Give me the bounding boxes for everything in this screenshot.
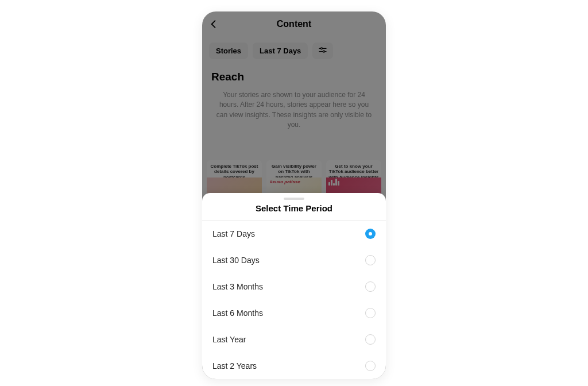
radio-icon: [365, 308, 376, 318]
time-period-option[interactable]: Last Year: [212, 326, 376, 353]
time-period-options: Last 7 Days Last 30 Days Last 3 Months L…: [202, 221, 386, 379]
time-period-option[interactable]: Last 7 Days: [212, 221, 376, 247]
radio-icon: [365, 281, 376, 292]
phone-frame: Content Stories Last 7 Days Reach Your s…: [202, 11, 386, 379]
radio-icon: [365, 255, 376, 265]
time-period-option[interactable]: Last 30 Days: [212, 247, 376, 273]
radio-icon: [365, 229, 376, 239]
radio-icon: [365, 361, 376, 371]
radio-icon: [365, 334, 376, 345]
sheet-title: Select Time Period: [202, 203, 386, 221]
time-period-option[interactable]: Last 6 Months: [212, 300, 376, 326]
option-label: Last 2 Years: [212, 361, 257, 370]
option-label: Last 6 Months: [212, 308, 263, 318]
time-period-option[interactable]: Last 2 Years: [212, 353, 376, 379]
time-period-sheet: Select Time Period Last 7 Days Last 30 D…: [202, 193, 386, 379]
option-label: Last Year: [212, 335, 246, 344]
sheet-grabber[interactable]: [284, 198, 304, 200]
option-label: Last 3 Months: [212, 282, 263, 291]
option-label: Last 30 Days: [212, 256, 260, 265]
option-label: Last 7 Days: [212, 229, 255, 238]
time-period-option[interactable]: Last 3 Months: [212, 273, 376, 300]
